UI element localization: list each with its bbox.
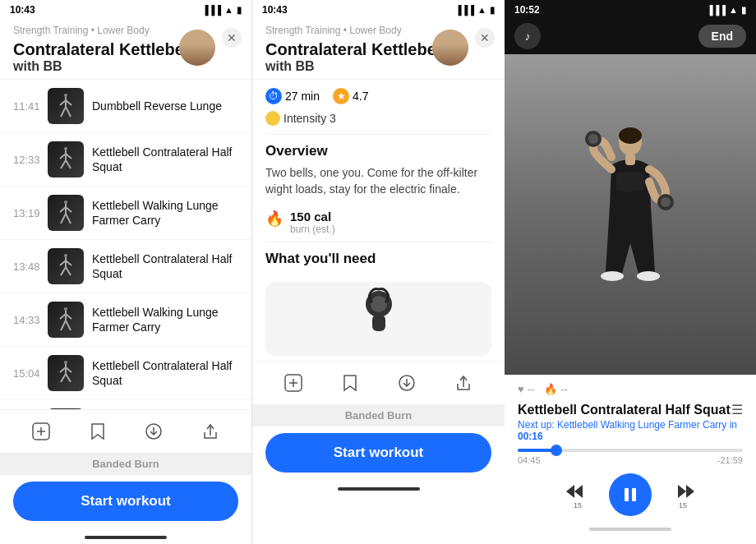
home-indicator-1: [0, 531, 251, 544]
exercise-list-1: 11:41 Dumbbell Reverse Lunge 12:33 Kettl…: [0, 80, 251, 409]
panel-video-player: 10:52 ▐▐▐ ▲ ▮ ♪ End: [505, 0, 756, 544]
add-button-1[interactable]: [28, 418, 54, 445]
intensity-value: Intensity 3: [284, 112, 336, 125]
fire-item: 🔥 --: [544, 383, 568, 395]
bookmark-button-2[interactable]: [337, 370, 363, 396]
progress-bar[interactable]: [518, 449, 743, 452]
share-button-2[interactable]: [450, 370, 477, 396]
calories-sub: burn (est.): [290, 224, 335, 235]
status-icons-1: ▐▐▐ ▲ ▮: [202, 5, 242, 16]
exercise-title-row: Kettlebell Contralateral Half Squat ☰: [518, 402, 743, 417]
heart-count: --: [528, 383, 535, 395]
exercise-name: Kettlebell Contralateral Half Squat: [92, 251, 238, 281]
svg-line-28: [61, 320, 66, 330]
svg-line-8: [60, 154, 66, 159]
exercise-name: Kettlebell Walking Lunge Farmer Carry: [92, 305, 238, 334]
close-button-1[interactable]: ✕: [222, 28, 242, 48]
equipment-section: What you'll need: [252, 242, 505, 277]
list-item[interactable]: 13:48 Kettlebell Contralateral Half Squa…: [0, 240, 251, 293]
exercise-time: 15:04: [13, 367, 39, 380]
calories-row: 🔥 150 cal burn (est.): [252, 203, 505, 242]
avatar-2: [432, 30, 468, 66]
rewind-button[interactable]: 15: [566, 480, 589, 509]
time-2: 10:43: [262, 4, 288, 16]
flame-icon: 🔥: [265, 210, 284, 228]
list-item[interactable]: 12:33 Kettlebell Contralateral Half Squa…: [0, 133, 251, 187]
status-bar-3: 10:52 ▐▐▐ ▲ ▮: [505, 0, 756, 18]
signal-icon-3: ▐▐▐: [707, 5, 726, 15]
share-button-1[interactable]: [197, 418, 224, 445]
start-workout-button-2[interactable]: Start workout: [265, 433, 491, 473]
status-bar-2: 10:43 ▐▐▐ ▲ ▮: [252, 0, 505, 18]
next-up-row: Next up: Kettlebell Walking Lunge Farmer…: [518, 419, 743, 442]
svg-rect-24: [64, 307, 67, 311]
status-bar-1: 10:43 ▐▐▐ ▲ ▮: [0, 0, 251, 18]
star-icon: ★: [333, 88, 349, 104]
battery-icon-3: ▮: [741, 5, 746, 16]
svg-line-16: [61, 214, 66, 224]
svg-rect-66: [625, 488, 629, 501]
meta-badges: ⏱ 27 min ★ 4.7: [252, 80, 505, 109]
svg-rect-49: [372, 315, 385, 331]
svg-rect-67: [632, 488, 636, 501]
thumb-img: [48, 141, 84, 177]
duration-value: 27 min: [285, 90, 320, 103]
intensity-row: ⚡ Intensity 3: [252, 109, 505, 134]
menu-dots-icon[interactable]: ☰: [731, 402, 743, 417]
battery-icon-2: ▮: [490, 5, 495, 16]
svg-line-5: [66, 107, 71, 117]
bookmark-button-1[interactable]: [85, 418, 111, 445]
fire-icon: 🔥: [544, 383, 557, 395]
exercise-playing-title: Kettlebell Contralateral Half Squat: [518, 403, 731, 417]
svg-line-4: [61, 107, 66, 117]
thumb-img: [48, 88, 84, 124]
download-button-2[interactable]: [394, 370, 420, 396]
svg-line-3: [66, 100, 71, 105]
list-item[interactable]: 11:41 Dumbbell Reverse Lunge: [0, 80, 251, 133]
end-workout-button[interactable]: End: [698, 25, 746, 48]
kettlebell-icon: [354, 286, 403, 351]
progress-knob[interactable]: [551, 445, 562, 456]
panel1-header: Strength Training • Lower Body Contralat…: [0, 18, 251, 80]
status-icons-2: ▐▐▐ ▲ ▮: [455, 5, 495, 16]
list-item[interactable]: 14:33 Kettlebell Walking Lunge Farmer Ca…: [0, 293, 251, 347]
svg-line-21: [66, 260, 71, 265]
exercise-thumb: [48, 302, 84, 338]
thumb-img: [48, 248, 84, 284]
close-button-2[interactable]: ✕: [475, 28, 495, 48]
overview-section: Overview Two bells, one you. Come for th…: [252, 135, 505, 203]
download-button-1[interactable]: [141, 418, 167, 445]
list-item[interactable]: 15:04 Kettlebell Contralateral Half Squa…: [0, 347, 251, 400]
signal-icon-1: ▐▐▐: [202, 5, 221, 15]
svg-point-60: [588, 134, 598, 144]
panel-workout-list: 10:43 ▐▐▐ ▲ ▮ Strength Training • Lower …: [0, 0, 252, 544]
list-item[interactable]: 15:49 Kettlebell Walking Lunge Farmer Ca…: [0, 400, 251, 409]
exercise-name: Kettlebell Walking Lunge Farmer Carry: [92, 198, 238, 228]
svg-rect-18: [64, 254, 67, 257]
signal-icon-2: ▐▐▐: [455, 5, 474, 15]
forward-button[interactable]: 15: [671, 480, 694, 509]
overview-title: Overview: [265, 143, 491, 159]
pause-button[interactable]: [609, 473, 652, 516]
toolbar-2: [252, 361, 505, 404]
remaining-time: -21:59: [717, 455, 743, 465]
svg-line-17: [66, 214, 71, 224]
video-top-bar: ♪ End: [505, 18, 756, 54]
calories-info: 150 cal burn (est.): [290, 210, 335, 235]
svg-rect-12: [64, 201, 67, 204]
svg-line-9: [66, 154, 71, 159]
exercise-thumb: [48, 355, 84, 391]
svg-line-26: [60, 314, 66, 319]
exercise-name: Kettlebell Contralateral Half Squat: [92, 358, 238, 388]
thumb-img: [48, 355, 84, 391]
playback-controls: 15 15: [518, 473, 743, 523]
start-workout-button-1[interactable]: Start workout: [13, 482, 238, 521]
clock-icon: ⏱: [265, 88, 282, 104]
svg-point-63: [601, 271, 624, 281]
exercise-thumb: [48, 195, 84, 231]
exercise-time: 13:19: [13, 207, 39, 219]
list-item[interactable]: 13:19 Kettlebell Walking Lunge Farmer Ca…: [0, 187, 251, 240]
add-button-2[interactable]: [280, 370, 307, 396]
music-button[interactable]: ♪: [514, 23, 541, 49]
home-indicator-2: [252, 482, 505, 496]
